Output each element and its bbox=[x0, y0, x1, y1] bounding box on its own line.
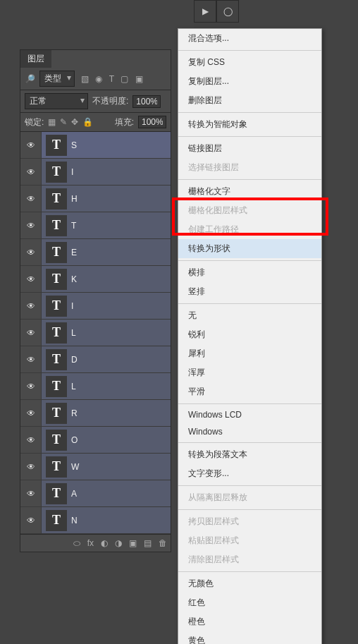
filter-row: 🔎 类型 ▧ ◉ T ▢ ▣ bbox=[20, 68, 171, 90]
visibility-eye-icon[interactable]: 👁 bbox=[20, 507, 42, 533]
menu-item[interactable]: 混合选项... bbox=[178, 29, 321, 48]
menu-separator bbox=[178, 112, 321, 113]
layer-name-label: S bbox=[71, 140, 77, 150]
layer-row[interactable]: 👁TR bbox=[20, 400, 171, 427]
menu-item: 创建工作路径 bbox=[178, 220, 321, 239]
menu-item[interactable]: 删除图层 bbox=[178, 91, 321, 110]
visibility-eye-icon[interactable]: 👁 bbox=[20, 132, 42, 158]
visibility-eye-icon[interactable]: 👁 bbox=[20, 320, 42, 346]
panel-tab-layers[interactable]: 图层 bbox=[20, 50, 51, 68]
menu-item[interactable]: 链接图层 bbox=[178, 139, 321, 158]
menu-item[interactable]: 平滑 bbox=[178, 382, 321, 401]
menu-item[interactable]: 复制 CSS bbox=[178, 53, 321, 72]
layer-row[interactable]: 👁TW bbox=[20, 454, 171, 480]
visibility-eye-icon[interactable]: 👁 bbox=[20, 346, 42, 372]
layer-name-label: R bbox=[71, 408, 78, 418]
lock-label: 锁定: bbox=[25, 116, 44, 128]
visibility-eye-icon[interactable]: 👁 bbox=[20, 212, 42, 238]
layer-row[interactable]: 👁TI bbox=[20, 159, 171, 186]
menu-item[interactable]: 转换为智能对象 bbox=[178, 115, 321, 134]
layer-name-label: D bbox=[71, 355, 78, 365]
visibility-eye-icon[interactable]: 👁 bbox=[20, 266, 42, 292]
visibility-eye-icon[interactable]: 👁 bbox=[20, 293, 42, 319]
lock-pixels-icon[interactable]: ▦ bbox=[48, 117, 56, 127]
type-layer-thumb: T bbox=[46, 188, 67, 209]
visibility-eye-icon[interactable]: 👁 bbox=[20, 186, 42, 212]
layer-name-label: T bbox=[71, 221, 76, 231]
menu-item[interactable]: 犀利 bbox=[178, 344, 321, 363]
menu-item[interactable]: 红色 bbox=[178, 593, 321, 612]
menu-item[interactable]: Windows bbox=[178, 423, 321, 440]
menu-item: 清除图层样式 bbox=[178, 550, 321, 569]
filter-text-icon[interactable]: T bbox=[109, 74, 114, 84]
lock-all-icon[interactable]: 🔒 bbox=[82, 117, 93, 127]
menu-item[interactable]: 转换为形状 bbox=[178, 239, 321, 258]
opacity-input[interactable] bbox=[132, 95, 161, 108]
link-icon[interactable]: ⬭ bbox=[73, 538, 80, 548]
layer-row[interactable]: 👁TA bbox=[20, 480, 171, 507]
menu-item[interactable]: 复制图层... bbox=[178, 72, 321, 91]
filter-fx-icon[interactable]: ◉ bbox=[95, 74, 102, 84]
fx-icon[interactable]: fx bbox=[87, 538, 94, 548]
menu-item[interactable]: 无 bbox=[178, 306, 321, 325]
lock-row: 锁定: ▦ ✎ ✥ 🔒 填充: bbox=[20, 113, 171, 132]
group-icon[interactable]: ▣ bbox=[129, 538, 137, 548]
menu-item[interactable]: Windows LCD bbox=[178, 406, 321, 423]
type-layer-thumb: T bbox=[46, 296, 67, 317]
visibility-eye-icon[interactable]: 👁 bbox=[20, 373, 42, 399]
adjustment-icon[interactable]: ◑ bbox=[115, 538, 122, 548]
layer-name-label: I bbox=[71, 301, 73, 311]
visibility-eye-icon[interactable]: 👁 bbox=[20, 400, 42, 426]
menu-item[interactable]: 锐利 bbox=[178, 325, 321, 344]
type-layer-thumb: T bbox=[46, 215, 67, 236]
visibility-eye-icon[interactable]: 👁 bbox=[20, 480, 42, 506]
new-layer-icon[interactable]: ▤ bbox=[144, 538, 152, 548]
menu-item[interactable]: 竖排 bbox=[178, 282, 321, 301]
menu-item[interactable]: 橙色 bbox=[178, 612, 321, 631]
menu-item[interactable]: 转换为段落文本 bbox=[178, 445, 321, 464]
lock-brush-icon[interactable]: ✎ bbox=[60, 117, 67, 127]
layer-name-label: K bbox=[71, 274, 77, 284]
blend-mode-dropdown[interactable]: 正常 bbox=[25, 93, 88, 109]
lock-move-icon[interactable]: ✥ bbox=[71, 117, 78, 127]
filter-image-icon[interactable]: ▧ bbox=[81, 74, 89, 84]
layer-row[interactable]: 👁TO bbox=[20, 427, 171, 454]
layer-row[interactable]: 👁TN bbox=[20, 507, 171, 534]
layer-row[interactable]: 👁TH bbox=[20, 186, 171, 212]
menu-item[interactable]: 无颜色 bbox=[178, 574, 321, 593]
menu-item[interactable]: 横排 bbox=[178, 263, 321, 282]
layer-row[interactable]: 👁TD bbox=[20, 346, 171, 373]
fill-input[interactable] bbox=[138, 116, 166, 128]
filter-smart-icon[interactable]: ▣ bbox=[135, 74, 143, 84]
menu-separator bbox=[178, 442, 321, 443]
layer-row[interactable]: 👁TI bbox=[20, 293, 171, 320]
visibility-eye-icon[interactable]: 👁 bbox=[20, 427, 42, 453]
layer-name-label: A bbox=[71, 489, 77, 499]
layer-row[interactable]: 👁TT bbox=[20, 212, 171, 239]
layer-row[interactable]: 👁TL bbox=[20, 373, 171, 400]
layer-row[interactable]: 👁TE bbox=[20, 239, 171, 266]
trash-icon[interactable]: 🗑 bbox=[159, 538, 167, 548]
search-icon: 🔎 bbox=[25, 74, 35, 84]
visibility-eye-icon[interactable]: 👁 bbox=[20, 454, 42, 480]
filter-type-dropdown[interactable]: 类型 bbox=[39, 71, 75, 87]
layer-name-label: H bbox=[71, 194, 78, 204]
menu-item[interactable]: 文字变形... bbox=[178, 464, 321, 483]
menu-separator bbox=[178, 303, 321, 304]
menu-item: 选择链接图层 bbox=[178, 158, 321, 177]
menu-item[interactable]: 黄色 bbox=[178, 631, 321, 644]
menu-item[interactable]: 栅格化文字 bbox=[178, 182, 321, 201]
menu-item[interactable]: 浑厚 bbox=[178, 363, 321, 382]
layer-row[interactable]: 👁TL bbox=[20, 320, 171, 346]
type-layer-thumb: T bbox=[46, 135, 67, 156]
filter-shape-icon[interactable]: ▢ bbox=[121, 74, 128, 84]
mask-icon[interactable]: ◐ bbox=[101, 538, 108, 548]
menu-separator bbox=[178, 485, 321, 486]
layer-row[interactable]: 👁TK bbox=[20, 266, 171, 293]
visibility-eye-icon[interactable]: 👁 bbox=[20, 159, 42, 185]
type-layer-thumb: T bbox=[46, 322, 67, 344]
play-tool[interactable]: ▶ bbox=[194, 0, 216, 23]
layer-row[interactable]: 👁TS bbox=[20, 132, 171, 159]
lasso-tool[interactable]: ◯ bbox=[216, 0, 239, 23]
visibility-eye-icon[interactable]: 👁 bbox=[20, 239, 42, 265]
